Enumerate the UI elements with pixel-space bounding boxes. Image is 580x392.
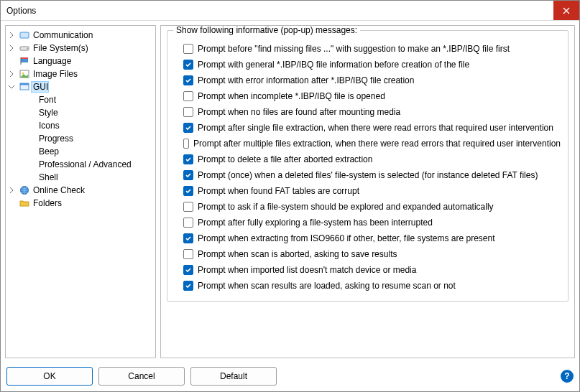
checkbox[interactable]	[183, 170, 193, 180]
option-label[interactable]: Prompt to ask if a file-system should be…	[198, 202, 494, 212]
tree-label: Image Files	[32, 69, 78, 79]
flag-icon	[19, 55, 30, 67]
option-row: Prompt when imported list doesn't match …	[183, 262, 561, 278]
nav-tree[interactable]: Communication File System(s) Language	[5, 25, 156, 358]
tree-item-gui[interactable]: GUI	[7, 80, 154, 93]
tree-item-file-systems[interactable]: File System(s)	[7, 42, 154, 55]
tree-label: GUI	[32, 82, 48, 92]
checkbox[interactable]	[183, 154, 193, 164]
options-window: Options Communication	[0, 0, 580, 392]
expand-icon[interactable]	[9, 45, 19, 51]
tree-label: Shell	[37, 172, 58, 182]
option-row: Prompt before "find missing files ..." w…	[183, 41, 561, 57]
option-label[interactable]: Prompt (once) when a deleted files' file…	[198, 170, 538, 180]
checkbox[interactable]	[183, 233, 193, 243]
option-label[interactable]: Prompt to delete a file after aborted ex…	[198, 154, 372, 164]
option-row: Prompt (once) when a deleted files' file…	[183, 167, 561, 183]
close-button[interactable]	[553, 1, 579, 20]
tree-item-communication[interactable]: Communication	[7, 29, 154, 42]
help-button[interactable]: ?	[561, 370, 574, 383]
option-row: Prompt to ask if a file-system should be…	[183, 199, 561, 215]
tree-item-progress[interactable]: Progress	[7, 132, 154, 145]
expand-icon[interactable]	[9, 32, 19, 38]
collapse-icon[interactable]	[9, 84, 19, 90]
option-label[interactable]: Prompt when incomplete *.IBP/IBQ file is…	[198, 91, 385, 101]
option-label[interactable]: Prompt before "find missing files ..." w…	[198, 44, 510, 54]
checkbox[interactable]	[183, 139, 189, 149]
tree-label: Beep	[37, 146, 59, 157]
window-title: Options	[6, 6, 553, 16]
tree-label: Font	[37, 95, 56, 105]
tree-item-online-check[interactable]: Online Check	[7, 184, 154, 197]
folder-icon	[19, 197, 30, 209]
option-row: Prompt after single file extraction, whe…	[183, 120, 561, 136]
svg-rect-0	[20, 32, 29, 38]
tree-label: Language	[32, 56, 71, 66]
tree-item-folders[interactable]: Folders	[7, 197, 154, 210]
expand-icon[interactable]	[9, 187, 19, 193]
tree-label: Online Check	[32, 185, 85, 195]
tree-label: Professional / Advanced	[37, 159, 132, 169]
tree-item-shell[interactable]: Shell	[7, 171, 154, 184]
tree-item-style[interactable]: Style	[7, 106, 154, 119]
messages-group: Show following informative (pop-up) mess…	[167, 30, 569, 302]
tree-item-icons[interactable]: Icons	[7, 119, 154, 132]
default-button[interactable]: Default	[190, 367, 277, 386]
tree-item-professional[interactable]: Professional / Advanced	[7, 158, 154, 171]
communication-icon	[19, 29, 30, 41]
option-label[interactable]: Prompt with general *.IBP/IBQ file infor…	[198, 60, 469, 70]
option-row: Prompt when extracting from ISO9660 if o…	[183, 230, 561, 246]
checkbox[interactable]	[183, 202, 193, 212]
tree-item-language[interactable]: Language	[7, 55, 154, 67]
option-label[interactable]: Prompt when no files are found after mou…	[198, 107, 400, 117]
titlebar: Options	[1, 1, 579, 21]
checkbox[interactable]	[183, 107, 193, 117]
checkbox[interactable]	[183, 91, 193, 101]
cancel-button[interactable]: Cancel	[98, 367, 185, 386]
option-label[interactable]: Prompt when found FAT tables are corrupt	[198, 186, 359, 196]
option-row: Prompt with error information after *.IB…	[183, 73, 561, 88]
option-row: Prompt when scan results are loaded, ask…	[183, 278, 561, 294]
group-title: Show following informative (pop-up) mess…	[173, 25, 360, 35]
button-label: Cancel	[128, 371, 155, 381]
tree-item-image-files[interactable]: Image Files	[7, 67, 154, 80]
checkbox[interactable]	[183, 75, 193, 85]
checkbox[interactable]	[183, 281, 193, 291]
option-label[interactable]: Prompt when extracting from ISO9660 if o…	[198, 233, 495, 243]
button-label: Default	[220, 371, 247, 381]
option-label[interactable]: Prompt after multiple files extraction, …	[193, 139, 561, 149]
option-label[interactable]: Prompt when imported list doesn't match …	[198, 265, 416, 275]
body: Communication File System(s) Language	[1, 21, 579, 363]
option-row: Prompt to delete a file after aborted ex…	[183, 151, 561, 167]
options-list: Prompt before "find missing files ..." w…	[175, 37, 561, 294]
tree-label: Progress	[37, 134, 73, 144]
checkbox[interactable]	[183, 186, 193, 196]
drive-icon	[19, 42, 30, 54]
option-label[interactable]: Prompt after fully exploring a file-syst…	[198, 218, 433, 228]
checkbox[interactable]	[183, 123, 193, 133]
tree-label: Style	[37, 108, 58, 118]
checkbox[interactable]	[183, 218, 193, 228]
checkbox[interactable]	[183, 44, 193, 54]
option-label[interactable]: Prompt when scan is aborted, asking to s…	[198, 249, 397, 259]
tree-label: Communication	[32, 30, 93, 40]
option-label[interactable]: Prompt with error information after *.IB…	[198, 75, 414, 85]
svg-point-7	[22, 73, 24, 75]
option-row: Prompt after multiple files extraction, …	[183, 136, 561, 151]
checkbox[interactable]	[183, 60, 193, 70]
svg-rect-4	[21, 57, 28, 59]
content-panel: Show following informative (pop-up) mess…	[160, 25, 575, 358]
option-row: Prompt after fully exploring a file-syst…	[183, 215, 561, 230]
option-label[interactable]: Prompt when scan results are loaded, ask…	[198, 281, 456, 291]
gui-icon	[19, 81, 30, 93]
footer: OK Cancel Default ?	[1, 363, 579, 391]
tree-item-font[interactable]: Font	[7, 93, 154, 106]
button-label: OK	[43, 371, 55, 381]
expand-icon[interactable]	[9, 71, 19, 77]
ok-button[interactable]: OK	[6, 367, 93, 386]
checkbox[interactable]	[183, 265, 193, 275]
tree-item-beep[interactable]: Beep	[7, 145, 154, 158]
checkbox[interactable]	[183, 249, 193, 259]
tree-label: Folders	[32, 198, 62, 208]
option-label[interactable]: Prompt after single file extraction, whe…	[198, 123, 553, 133]
